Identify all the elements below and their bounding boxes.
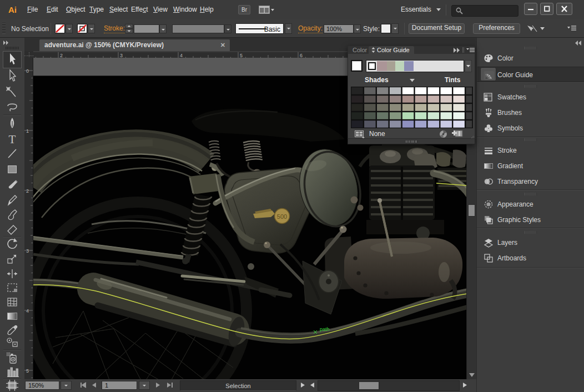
- svg-text:5: 5: [26, 368, 29, 374]
- svg-text:2: 2: [26, 188, 29, 194]
- svg-text:T: T: [9, 133, 16, 146]
- svg-text:0: 0: [26, 68, 29, 74]
- svg-text:path: path: [320, 326, 330, 332]
- svg-text:3: 3: [26, 248, 29, 254]
- svg-text:500: 500: [277, 213, 287, 220]
- svg-text:1: 1: [26, 128, 29, 134]
- svg-text:4: 4: [26, 308, 29, 314]
